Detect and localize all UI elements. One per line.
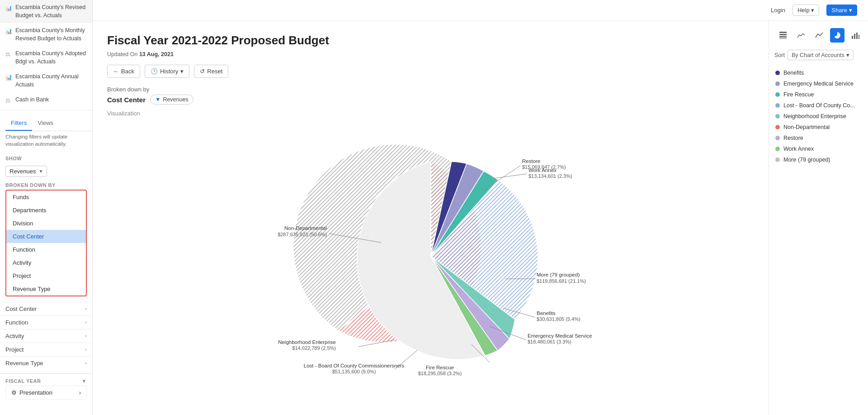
filter-function[interactable]: Function › [0, 315, 92, 329]
breakdown-departments[interactable]: Departments [6, 204, 86, 217]
chart-container: Non-Departmental $287,635,923 (50.6%) Re… [107, 120, 754, 392]
show-value: Revenues [9, 168, 36, 175]
pie-chart: Non-Departmental $287,635,923 (50.6%) Re… [245, 129, 616, 383]
back-button[interactable]: ← Back [107, 65, 140, 78]
content-area: Fiscal Year 2021-2022 Proposed Budget Up… [93, 21, 868, 415]
line-view-btn[interactable] [812, 28, 826, 43]
legend-item-restore: Restore [774, 133, 863, 143]
sidebar-item-monthly-revised[interactable]: 📊 Escambia County's Monthly Revised Budg… [0, 23, 92, 46]
filter-project-label: Project [5, 346, 24, 353]
main-content: Login Help ▾ Share ▾ Fiscal Year 2021-20… [93, 0, 868, 415]
breakdown-project[interactable]: Project [6, 269, 86, 282]
filter-tag[interactable]: ▼ Revenues [150, 95, 193, 105]
sort-label: Sort [774, 52, 785, 58]
filter-revenue-type[interactable]: Revenue Type › [0, 356, 92, 370]
bar-view-btn[interactable] [848, 28, 863, 43]
sidebar-item-annual-actuals[interactable]: 📊 Escambia County Annual Actuals [0, 69, 92, 92]
reset-button[interactable]: ↺ Reset [194, 65, 228, 78]
svg-text:Restore: Restore [522, 158, 540, 164]
breakdown-revenue-type[interactable]: Revenue Type [6, 282, 86, 296]
filter-cost-center[interactable]: Cost Center › [0, 302, 92, 315]
breakdown-dropdown: Funds Departments Division Cost Center F… [5, 190, 87, 296]
scale-icon: ⚖ [5, 51, 12, 58]
sidebar-item-adopted-budget[interactable]: ⚖ Escambia County's Adopted Bdgt vs. Act… [0, 46, 92, 69]
svg-text:Benefits: Benefits [537, 310, 556, 316]
updated-on: Updated On 13 Aug, 2021 [107, 51, 754, 57]
pie-view-btn[interactable] [830, 28, 844, 43]
broken-by-row: Broken down by [107, 86, 754, 93]
svg-text:$13,134,601 (2.3%): $13,134,601 (2.3%) [528, 173, 572, 179]
svg-rect-33 [779, 38, 787, 39]
sort-value: By Chart of Accounts [792, 52, 844, 58]
filter-activity[interactable]: Activity › [0, 329, 92, 343]
sidebar-item-label: Escambia County's Monthly Revised Budget… [15, 27, 87, 43]
chevron-right-icon-6: › [79, 389, 81, 396]
chevron-right-icon: › [85, 306, 87, 311]
chart-icon: 📊 [5, 5, 12, 12]
legend-dot [775, 81, 780, 86]
filter-revenue-type-label: Revenue Type [5, 360, 43, 367]
legend-item-more-grouped: More (79 grouped) [774, 154, 863, 165]
svg-rect-34 [852, 36, 853, 39]
breakdown-function[interactable]: Function [6, 243, 86, 256]
legend-item-non-departmental: Non-Departmental [774, 122, 863, 133]
presentation-row[interactable]: ⚙ Presentation › [5, 386, 87, 400]
legend-dot [775, 136, 780, 140]
broken-by-value-row: Cost Center ▼ Revenues [107, 95, 754, 105]
svg-text:Non-Departmental: Non-Departmental [284, 225, 327, 231]
svg-text:$14,022,789 (2.5%): $14,022,789 (2.5%) [292, 345, 336, 351]
legend-label: Restore [783, 135, 803, 141]
clock-icon: 🕐 [151, 68, 158, 75]
chevron-down-icon-3: ▾ [180, 68, 184, 75]
tab-views[interactable]: Views [32, 116, 58, 131]
legend-label: Benefits [783, 70, 804, 76]
breakdown-division[interactable]: Division [6, 217, 86, 230]
sidebar-tabs: Filters Views [0, 116, 92, 131]
svg-line-9 [494, 174, 527, 178]
history-button[interactable]: 🕐 History ▾ [145, 65, 189, 78]
legend-item-work-annex: Work Annex [774, 143, 863, 154]
sort-dropdown[interactable]: By Chart of Accounts ▾ [788, 50, 854, 60]
sidebar-item-label: Escambia County's Revised Budget vs. Act… [15, 4, 87, 19]
login-link[interactable]: Login [771, 7, 785, 14]
legend-dot [775, 147, 780, 151]
svg-text:$119,856,681 (21.1%): $119,856,681 (21.1%) [537, 278, 586, 284]
chart-type-icons [774, 28, 863, 43]
breakdown-cost-center[interactable]: Cost Center [6, 230, 86, 243]
broken-by-value: Cost Center [107, 96, 146, 104]
legend-label: Fire Rescue [783, 91, 814, 98]
tab-filters[interactable]: Filters [5, 116, 32, 131]
svg-text:Lost - Board Of County Commiss: Lost - Board Of County Commissionersners [303, 363, 404, 368]
legend: BenefitsEmergency Medical ServiceFire Re… [774, 67, 863, 165]
legend-dot [775, 71, 780, 75]
area-view-btn[interactable] [794, 28, 808, 43]
sidebar-item-cash-in-bank[interactable]: ⚖ Cash in Bank [0, 92, 92, 108]
table-view-btn[interactable] [776, 28, 790, 43]
show-dropdown[interactable]: Revenues ▼ [5, 166, 47, 177]
sidebar-item-revised-budget[interactable]: 📊 Escambia County's Revised Budget vs. A… [0, 0, 92, 23]
legend-label: Work Annex [783, 146, 814, 152]
breakdown-funds[interactable]: Funds [6, 191, 86, 204]
svg-rect-31 [779, 34, 787, 35]
legend-dot [775, 157, 780, 162]
filter-project[interactable]: Project › [0, 343, 92, 356]
share-button[interactable]: Share ▾ [826, 5, 857, 16]
svg-rect-30 [779, 32, 787, 33]
sidebar-item-label: Cash in Bank [15, 96, 49, 104]
svg-text:More (79 grouped): More (79 grouped) [537, 272, 580, 277]
chevron-right-icon-5: › [85, 360, 87, 366]
help-button[interactable]: Help ▾ [793, 5, 819, 16]
page-title: Fiscal Year 2021-2022 Proposed Budget [107, 33, 754, 48]
svg-text:Emergency Medical Service: Emergency Medical Service [528, 333, 592, 339]
chevron-right-icon-3: › [85, 333, 87, 339]
legend-label: More (79 grouped) [783, 157, 830, 163]
chevron-down-icon-sort: ▾ [846, 52, 849, 58]
settings-icon: ⚙ [11, 389, 17, 396]
broken-down-section: BROKEN DOWN BY Funds Departments Divisio… [0, 180, 92, 302]
sort-row: Sort By Chart of Accounts ▾ [774, 50, 863, 60]
visualization-label: Visualization [107, 110, 754, 117]
broken-by-label: Broken down by [107, 86, 149, 93]
svg-rect-32 [779, 36, 787, 38]
filter-note: Changing filters will update visualizati… [0, 131, 92, 151]
breakdown-activity[interactable]: Activity [6, 256, 86, 269]
